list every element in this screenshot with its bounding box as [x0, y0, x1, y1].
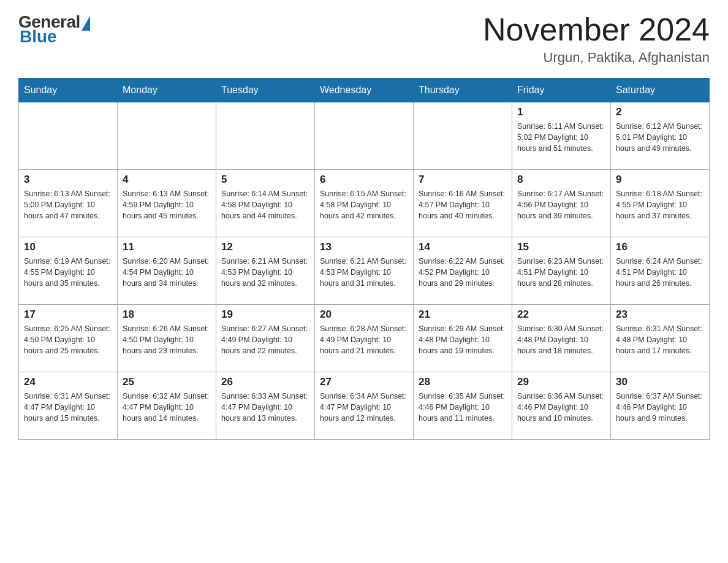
calendar-day-header: Friday	[512, 79, 611, 102]
calendar-day-header: Sunday	[19, 79, 118, 102]
calendar-cell: 29Sunrise: 6:36 AM Sunset: 4:46 PM Dayli…	[512, 372, 611, 440]
day-info: Sunrise: 6:24 AM Sunset: 4:51 PM Dayligh…	[616, 256, 704, 289]
day-number: 27	[320, 376, 408, 388]
calendar-table: SundayMondayTuesdayWednesdayThursdayFrid…	[18, 78, 710, 440]
calendar-cell: 18Sunrise: 6:26 AM Sunset: 4:50 PM Dayli…	[118, 305, 216, 372]
calendar-cell	[414, 102, 512, 170]
month-title: November 2024	[483, 12, 710, 47]
logo: General Blue	[18, 12, 90, 47]
calendar-cell: 14Sunrise: 6:22 AM Sunset: 4:52 PM Dayli…	[414, 237, 512, 305]
day-number: 4	[123, 174, 211, 186]
calendar-week-row: 10Sunrise: 6:19 AM Sunset: 4:55 PM Dayli…	[19, 237, 710, 305]
calendar-cell: 23Sunrise: 6:31 AM Sunset: 4:48 PM Dayli…	[611, 305, 710, 372]
day-number: 21	[419, 308, 507, 321]
day-number: 1	[517, 106, 605, 118]
day-number: 28	[419, 376, 507, 388]
logo-triangle-icon	[82, 16, 90, 31]
day-info: Sunrise: 6:23 AM Sunset: 4:51 PM Dayligh…	[517, 256, 605, 289]
calendar-cell: 27Sunrise: 6:34 AM Sunset: 4:47 PM Dayli…	[315, 372, 414, 440]
calendar-cell: 1Sunrise: 6:11 AM Sunset: 5:02 PM Daylig…	[512, 102, 611, 170]
calendar-cell: 26Sunrise: 6:33 AM Sunset: 4:47 PM Dayli…	[216, 372, 315, 440]
calendar-cell: 21Sunrise: 6:29 AM Sunset: 4:48 PM Dayli…	[414, 305, 512, 372]
calendar-cell	[118, 102, 216, 170]
day-info: Sunrise: 6:14 AM Sunset: 4:58 PM Dayligh…	[221, 188, 309, 221]
day-number: 10	[24, 241, 112, 253]
calendar-week-row: 17Sunrise: 6:25 AM Sunset: 4:50 PM Dayli…	[19, 305, 710, 372]
day-number: 22	[517, 308, 605, 321]
day-info: Sunrise: 6:17 AM Sunset: 4:56 PM Dayligh…	[517, 188, 605, 221]
day-info: Sunrise: 6:31 AM Sunset: 4:48 PM Dayligh…	[616, 323, 704, 356]
calendar-cell: 7Sunrise: 6:16 AM Sunset: 4:57 PM Daylig…	[414, 170, 512, 237]
calendar-day-header: Thursday	[414, 79, 512, 102]
day-number: 30	[616, 376, 704, 388]
calendar-cell: 5Sunrise: 6:14 AM Sunset: 4:58 PM Daylig…	[216, 170, 315, 237]
calendar-cell: 22Sunrise: 6:30 AM Sunset: 4:48 PM Dayli…	[512, 305, 611, 372]
calendar-cell: 4Sunrise: 6:13 AM Sunset: 4:59 PM Daylig…	[118, 170, 216, 237]
calendar-cell: 25Sunrise: 6:32 AM Sunset: 4:47 PM Dayli…	[118, 372, 216, 440]
day-info: Sunrise: 6:28 AM Sunset: 4:49 PM Dayligh…	[320, 323, 408, 356]
day-info: Sunrise: 6:13 AM Sunset: 5:00 PM Dayligh…	[24, 188, 112, 221]
logo-blue-text: Blue	[20, 27, 57, 46]
location-subtitle: Urgun, Paktika, Afghanistan	[483, 50, 710, 66]
calendar-cell: 9Sunrise: 6:18 AM Sunset: 4:55 PM Daylig…	[611, 170, 710, 237]
day-number: 11	[123, 241, 211, 253]
day-number: 3	[24, 174, 112, 186]
day-number: 19	[221, 308, 309, 321]
calendar-cell	[19, 102, 118, 170]
day-info: Sunrise: 6:18 AM Sunset: 4:55 PM Dayligh…	[616, 188, 704, 221]
day-info: Sunrise: 6:15 AM Sunset: 4:58 PM Dayligh…	[320, 188, 408, 221]
day-info: Sunrise: 6:21 AM Sunset: 4:53 PM Dayligh…	[320, 256, 408, 289]
day-number: 16	[616, 241, 704, 253]
calendar-cell: 12Sunrise: 6:21 AM Sunset: 4:53 PM Dayli…	[216, 237, 315, 305]
calendar-cell: 6Sunrise: 6:15 AM Sunset: 4:58 PM Daylig…	[315, 170, 414, 237]
calendar-week-row: 3Sunrise: 6:13 AM Sunset: 5:00 PM Daylig…	[19, 170, 710, 237]
calendar-cell: 24Sunrise: 6:31 AM Sunset: 4:47 PM Dayli…	[19, 372, 118, 440]
calendar-header-row: SundayMondayTuesdayWednesdayThursdayFrid…	[19, 79, 710, 102]
day-info: Sunrise: 6:35 AM Sunset: 4:46 PM Dayligh…	[419, 391, 507, 424]
calendar-day-header: Saturday	[611, 79, 710, 102]
day-info: Sunrise: 6:37 AM Sunset: 4:46 PM Dayligh…	[616, 391, 704, 424]
calendar-cell: 15Sunrise: 6:23 AM Sunset: 4:51 PM Dayli…	[512, 237, 611, 305]
day-info: Sunrise: 6:27 AM Sunset: 4:49 PM Dayligh…	[221, 323, 309, 356]
calendar-cell: 8Sunrise: 6:17 AM Sunset: 4:56 PM Daylig…	[512, 170, 611, 237]
calendar-cell	[216, 102, 315, 170]
calendar-cell	[315, 102, 414, 170]
calendar-week-row: 1Sunrise: 6:11 AM Sunset: 5:02 PM Daylig…	[19, 102, 710, 170]
calendar-cell: 3Sunrise: 6:13 AM Sunset: 5:00 PM Daylig…	[19, 170, 118, 237]
calendar-cell: 10Sunrise: 6:19 AM Sunset: 4:55 PM Dayli…	[19, 237, 118, 305]
day-number: 25	[123, 376, 211, 388]
day-number: 8	[517, 174, 605, 186]
title-section: November 2024 Urgun, Paktika, Afghanista…	[483, 12, 710, 66]
day-info: Sunrise: 6:34 AM Sunset: 4:47 PM Dayligh…	[320, 391, 408, 424]
day-info: Sunrise: 6:33 AM Sunset: 4:47 PM Dayligh…	[221, 391, 309, 424]
calendar-cell: 28Sunrise: 6:35 AM Sunset: 4:46 PM Dayli…	[414, 372, 512, 440]
calendar-cell: 20Sunrise: 6:28 AM Sunset: 4:49 PM Dayli…	[315, 305, 414, 372]
calendar-cell: 30Sunrise: 6:37 AM Sunset: 4:46 PM Dayli…	[611, 372, 710, 440]
day-info: Sunrise: 6:22 AM Sunset: 4:52 PM Dayligh…	[419, 256, 507, 289]
day-number: 18	[123, 308, 211, 321]
day-info: Sunrise: 6:32 AM Sunset: 4:47 PM Dayligh…	[123, 391, 211, 424]
day-number: 24	[24, 376, 112, 388]
day-number: 6	[320, 174, 408, 186]
day-number: 29	[517, 376, 605, 388]
day-number: 7	[419, 174, 507, 186]
page-header: General Blue November 2024 Urgun, Paktik…	[18, 12, 710, 66]
calendar-cell: 13Sunrise: 6:21 AM Sunset: 4:53 PM Dayli…	[315, 237, 414, 305]
calendar-cell: 19Sunrise: 6:27 AM Sunset: 4:49 PM Dayli…	[216, 305, 315, 372]
day-number: 20	[320, 308, 408, 321]
calendar-cell: 17Sunrise: 6:25 AM Sunset: 4:50 PM Dayli…	[19, 305, 118, 372]
day-number: 12	[221, 241, 309, 253]
day-number: 5	[221, 174, 309, 186]
day-number: 9	[616, 174, 704, 186]
calendar-cell: 16Sunrise: 6:24 AM Sunset: 4:51 PM Dayli…	[611, 237, 710, 305]
calendar-day-header: Tuesday	[216, 79, 315, 102]
day-info: Sunrise: 6:29 AM Sunset: 4:48 PM Dayligh…	[419, 323, 507, 356]
day-info: Sunrise: 6:13 AM Sunset: 4:59 PM Dayligh…	[123, 188, 211, 221]
day-info: Sunrise: 6:12 AM Sunset: 5:01 PM Dayligh…	[616, 121, 704, 154]
day-info: Sunrise: 6:31 AM Sunset: 4:47 PM Dayligh…	[24, 391, 112, 424]
calendar-cell: 2Sunrise: 6:12 AM Sunset: 5:01 PM Daylig…	[611, 102, 710, 170]
day-number: 26	[221, 376, 309, 388]
day-number: 17	[24, 308, 112, 321]
day-number: 23	[616, 308, 704, 321]
day-info: Sunrise: 6:21 AM Sunset: 4:53 PM Dayligh…	[221, 256, 309, 289]
